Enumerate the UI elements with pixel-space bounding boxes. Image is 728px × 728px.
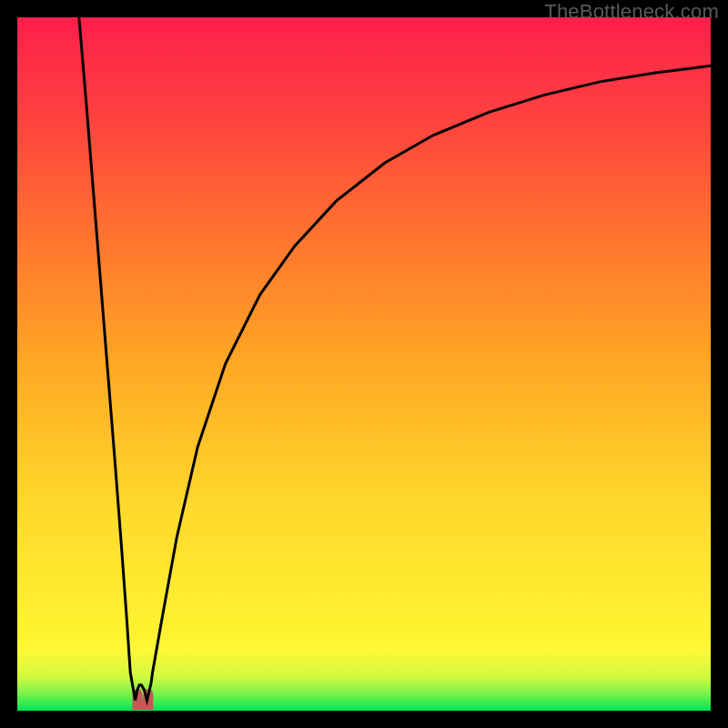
chart-svg (17, 17, 711, 711)
gradient-background (17, 17, 711, 711)
plot-area (17, 17, 711, 711)
chart-frame: TheBottleneck.com (0, 0, 728, 728)
